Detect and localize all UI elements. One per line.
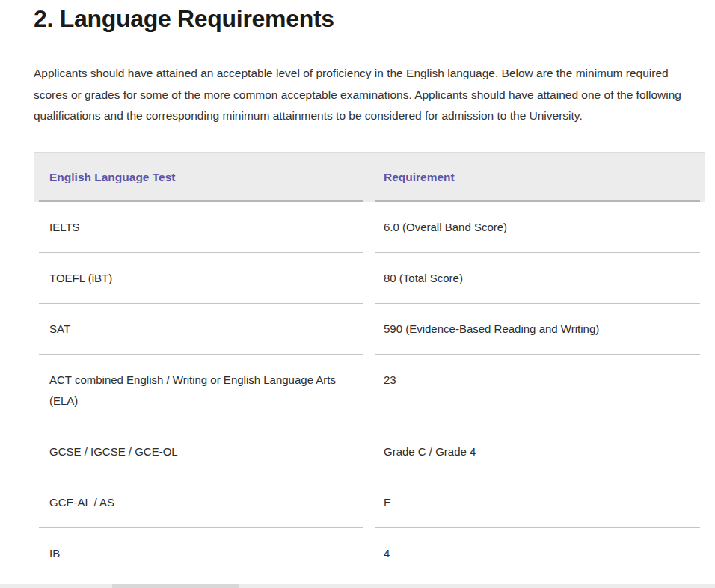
table-row: SAT 590 (Evidence-Based Reading and Writ… [34,304,705,355]
table-row: GCSE / IGCSE / GCE-OL Grade C / Grade 4 [34,426,705,477]
horizontal-scrollbar-thumb[interactable] [112,584,239,588]
table-cell-test: GCSE / IGCSE / GCE-OL [34,426,369,477]
table-cell-test: SAT [34,304,369,355]
table-cell-test: GCE-AL / AS [34,477,369,528]
table-cell-test: ACT combined English / Writing or Englis… [34,355,369,426]
table-row: GCE-AL / AS E [34,477,705,528]
table-cell-requirement: 590 (Evidence-Based Reading and Writing) [369,304,705,355]
table-cell-test: IELTS [34,202,369,253]
table-cell-requirement: 4 [369,528,705,563]
table-cell-requirement: 23 [369,355,705,426]
horizontal-scrollbar-track[interactable] [0,584,715,588]
table-row: IB 4 [34,528,705,563]
table-header-row: English Language Test Requirement [34,153,705,202]
page-title: 2. Language Requirements [34,4,681,33]
requirements-table: English Language Test Requirement IELTS … [34,152,705,563]
table-cell-test: IB [34,528,369,563]
column-header-test: English Language Test [34,153,369,202]
intro-paragraph: Applicants should have attained an accep… [34,63,681,127]
table-cell-requirement: E [369,477,705,528]
table-row: TOEFL (iBT) 80 (Total Score) [34,253,705,304]
table-cell-requirement: Grade C / Grade 4 [369,426,705,477]
table-cell-requirement: 80 (Total Score) [369,253,705,304]
column-divider [369,153,369,563]
column-header-requirement: Requirement [369,153,705,202]
table-row: ACT combined English / Writing or Englis… [34,355,705,426]
table-cell-test: TOEFL (iBT) [34,253,369,304]
table-cell-requirement: 6.0 (Overall Band Score) [369,202,705,253]
table-row: IELTS 6.0 (Overall Band Score) [34,202,705,253]
